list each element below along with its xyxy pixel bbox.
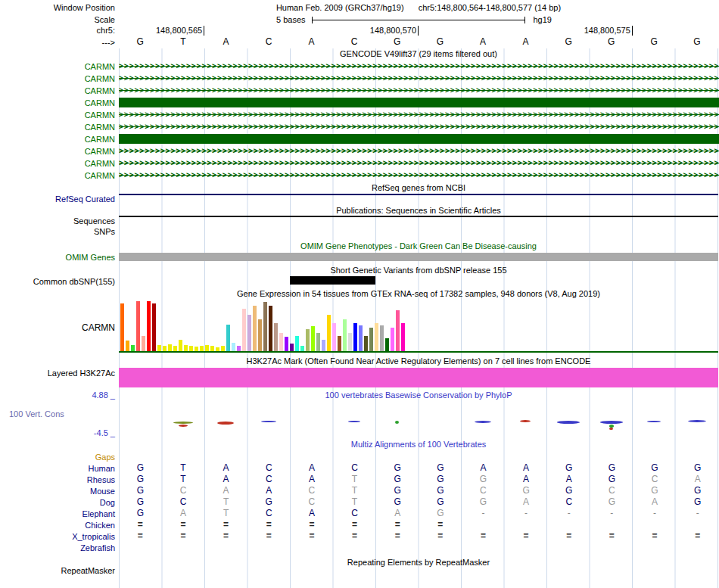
gene-label[interactable]: CARMN xyxy=(0,86,115,95)
gene-label[interactable]: CARMN xyxy=(0,110,115,120)
gtex-expression-bar[interactable] xyxy=(343,319,347,351)
gtex-expression-bar[interactable] xyxy=(126,341,129,351)
gtex-expression-bar[interactable] xyxy=(200,346,204,351)
gtex-expression-bar[interactable] xyxy=(221,346,225,351)
gtex-expression-bar[interactable] xyxy=(306,329,310,351)
gtex-expression-bar[interactable] xyxy=(184,345,188,351)
species-label[interactable]: Gaps xyxy=(0,453,115,462)
gtex-expression-bar[interactable] xyxy=(232,343,235,351)
gtex-expression-bar[interactable] xyxy=(253,306,257,351)
gtex-expression-bar[interactable] xyxy=(179,340,182,351)
gene-intron-arrows[interactable]: >>>>>>>>>>>>>>>>>>>>>>>>>>>>>>>>>>>>>>>>… xyxy=(119,73,719,85)
gene-label[interactable]: CARMN xyxy=(0,159,115,168)
gtex-expression-bar[interactable] xyxy=(263,302,267,351)
alignment-row[interactable]: Gaps xyxy=(0,451,719,462)
gtex-expression-bar[interactable] xyxy=(205,345,209,351)
publications-header[interactable]: Publications: Sequences in Scientific Ar… xyxy=(119,206,718,216)
gtex-expression-bar[interactable] xyxy=(136,301,140,351)
gene-label[interactable]: CARMN xyxy=(0,171,115,180)
species-label[interactable]: Dog xyxy=(0,498,115,507)
refseq-header[interactable]: RefSeq genes from NCBI xyxy=(119,183,718,193)
gtex-expression-bar[interactable] xyxy=(242,309,246,351)
species-label[interactable]: Mouse xyxy=(0,487,115,496)
gtex-expression-bar[interactable] xyxy=(396,310,400,351)
gene-intron-arrows[interactable]: >>>>>>>>>>>>>>>>>>>>>>>>>>>>>>>>>>>>>>>>… xyxy=(119,61,719,73)
alignment-row[interactable]: X_tropicalis============== xyxy=(0,530,719,542)
h3k27ac-track[interactable] xyxy=(119,368,718,387)
gtex-expression-bar[interactable] xyxy=(353,323,357,351)
gtex-expression-bar[interactable] xyxy=(131,345,135,351)
gene-label[interactable]: CARMN xyxy=(0,135,115,144)
gtex-expression-bar[interactable] xyxy=(142,336,145,351)
cons-track-label[interactable]: 100 Vert. Cons xyxy=(9,409,64,419)
publications-track[interactable] xyxy=(119,216,718,217)
sequences-label[interactable]: Sequences xyxy=(0,216,115,226)
species-label[interactable]: Elephant xyxy=(0,509,115,518)
gtex-expression-bar[interactable] xyxy=(285,337,288,351)
species-label[interactable]: Rhesus xyxy=(0,475,115,484)
gtex-expression-bar[interactable] xyxy=(391,328,394,351)
gtex-expression-bar[interactable] xyxy=(269,306,272,351)
gtex-expression-bar[interactable] xyxy=(348,333,352,351)
gene-label[interactable]: CARMN xyxy=(0,98,115,107)
refseq-curated-label[interactable]: RefSeq Curated xyxy=(0,194,115,204)
gtex-expression-bar[interactable] xyxy=(163,346,167,351)
dbsnp-variant-bar[interactable] xyxy=(290,276,375,285)
snps-label[interactable]: SNPs xyxy=(0,227,115,237)
gtex-expression-bar[interactable] xyxy=(380,325,384,351)
gtex-expression-bar[interactable] xyxy=(157,345,161,351)
repeatmasker-header[interactable]: Repeating Elements by RepeatMasker xyxy=(119,558,718,568)
alignment-row[interactable]: RhesusGTACATGGGAAGCA xyxy=(0,474,719,485)
conservation-track[interactable] xyxy=(119,402,718,437)
h3k27ac-header[interactable]: H3K27Ac Mark (Often Found Near Active Re… xyxy=(119,356,718,366)
gtex-expression-bar[interactable] xyxy=(258,319,262,351)
gene-intron-arrows[interactable]: >>>>>>>>>>>>>>>>>>>>>>>>>>>>>>>>>>>>>>>>… xyxy=(119,85,719,97)
gtex-barchart[interactable] xyxy=(119,300,718,351)
gtex-expression-bar[interactable] xyxy=(401,323,405,351)
gene-label[interactable]: CARMN xyxy=(0,147,115,156)
alignment-row[interactable]: Zebrafish xyxy=(0,542,719,553)
alignment-row[interactable]: ElephantGATCACAG------ xyxy=(0,508,719,519)
omim-genes-label[interactable]: OMIM Genes xyxy=(0,253,115,263)
species-label[interactable]: X_tropicalis xyxy=(0,532,115,541)
omim-genes-track[interactable] xyxy=(119,253,718,261)
dbsnp-header[interactable]: Short Genetic Variants from dbSNP releas… xyxy=(119,266,718,275)
gtex-expression-bar[interactable] xyxy=(152,303,156,351)
alignment-row[interactable]: HumanGTACACGGAAGGGG xyxy=(0,462,719,474)
gtex-expression-bar[interactable] xyxy=(311,326,315,351)
gtex-expression-bar[interactable] xyxy=(247,315,251,351)
gtex-expression-bar[interactable] xyxy=(274,323,278,351)
gtex-expression-bar[interactable] xyxy=(332,323,336,351)
gtex-expression-bar[interactable] xyxy=(327,315,331,351)
gtex-gene-label[interactable]: CARMN xyxy=(0,323,115,333)
gtex-header[interactable]: Gene Expression in 54 tissues from GTEx … xyxy=(119,289,718,299)
gtex-expression-bar[interactable] xyxy=(385,338,389,351)
gtex-expression-bar[interactable] xyxy=(300,346,304,351)
gene-intron-arrows[interactable]: >>>>>>>>>>>>>>>>>>>>>>>>>>>>>>>>>>>>>>>>… xyxy=(119,121,719,133)
gtex-expression-bar[interactable] xyxy=(279,333,283,351)
layered-h3k27ac-label[interactable]: Layered H3K27Ac xyxy=(0,369,115,378)
gtex-expression-bar[interactable] xyxy=(226,325,230,351)
gtex-expression-bar[interactable] xyxy=(359,325,363,351)
phylop-header[interactable]: 100 vertebrates Basewise Conservation by… xyxy=(119,390,718,400)
gencode-header[interactable]: GENCODE V49lift37 (29 items filtered out… xyxy=(119,49,718,59)
gtex-expression-bar[interactable] xyxy=(295,336,299,351)
gtex-expression-bar[interactable] xyxy=(322,340,325,351)
alignment-row[interactable]: DogGCTGCTGGGACGAG xyxy=(0,496,719,508)
gtex-expression-bar[interactable] xyxy=(290,344,294,351)
refseq-curated-track[interactable] xyxy=(119,194,718,195)
gtex-expression-bar[interactable] xyxy=(237,346,241,351)
gtex-expression-bar[interactable] xyxy=(338,336,341,351)
gtex-expression-bar[interactable] xyxy=(120,303,124,351)
gene-label[interactable]: CARMN xyxy=(0,74,115,83)
alignment-row[interactable]: Chicken======== xyxy=(0,519,719,530)
gtex-expression-bar[interactable] xyxy=(316,333,320,351)
gene-intron-arrows[interactable]: >>>>>>>>>>>>>>>>>>>>>>>>>>>>>>>>>>>>>>>>… xyxy=(119,145,719,157)
common-dbsnp-label[interactable]: Common dbSNP(155) xyxy=(0,277,115,287)
gene-intron-arrows[interactable]: >>>>>>>>>>>>>>>>>>>>>>>>>>>>>>>>>>>>>>>>… xyxy=(119,157,719,170)
gene-intron-arrows[interactable]: >>>>>>>>>>>>>>>>>>>>>>>>>>>>>>>>>>>>>>>>… xyxy=(119,109,719,121)
species-label[interactable]: Chicken xyxy=(0,521,115,530)
gene-exon-bar[interactable] xyxy=(119,134,719,144)
gtex-expression-bar[interactable] xyxy=(364,336,368,351)
species-label[interactable]: Human xyxy=(0,464,115,473)
